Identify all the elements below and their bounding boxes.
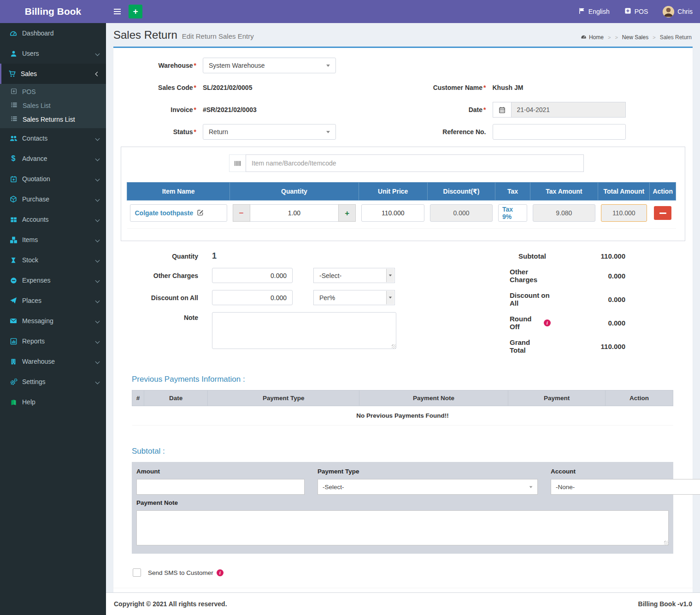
caret-down-icon (326, 65, 330, 67)
note-textarea[interactable] (212, 312, 396, 349)
status-select[interactable]: Return (203, 124, 336, 140)
sidebar-item-users[interactable]: Users (0, 43, 106, 64)
user-menu[interactable]: Chris (663, 6, 693, 18)
item-search-input[interactable] (246, 154, 584, 172)
breadcrumb: Home > > New Sales > Sales Return (581, 34, 692, 41)
navbar: + English POS Chris (106, 0, 700, 23)
minus-circle-icon (9, 277, 18, 284)
calendar-plus-icon (9, 176, 18, 183)
payment-entry-section: Subtotal : Amount Payment Type -Select- (113, 447, 693, 554)
sidebar-item-advance[interactable]: $ Advance (0, 148, 106, 169)
quantity-increase-button[interactable]: + (338, 204, 356, 222)
other-charges-total-label: Other Charges (510, 268, 553, 284)
chevron-left-icon (95, 379, 100, 384)
edit-icon[interactable] (197, 209, 204, 217)
payments-header-row: # Date Payment Type Payment Note Payment… (132, 390, 673, 406)
info-icon[interactable]: i (544, 319, 551, 326)
payment-type-select[interactable]: -Select- (318, 479, 538, 495)
plus-square-icon (11, 88, 17, 96)
warehouse-label: Warehouse* (113, 62, 203, 69)
sidebar-item-stock[interactable]: Stock (0, 250, 106, 270)
home-icon (581, 34, 587, 41)
sales-code-value: SL/2021/02/0005 (203, 84, 252, 91)
sidebar-item-purchase[interactable]: Purchase (0, 189, 106, 209)
previous-payments-title: Previous Payments Information : (132, 375, 673, 384)
payment-type-field: Payment Type -Select- (318, 468, 538, 495)
sidebar-subitem-pos[interactable]: POS (0, 85, 106, 99)
tax-link[interactable]: Tax 9% (498, 204, 527, 222)
sidebar-item-accounts[interactable]: Accounts (0, 209, 106, 230)
send-sms-checkbox[interactable] (133, 568, 141, 577)
item-name-cell[interactable]: Colgate toothpaste (130, 204, 227, 222)
reference-no-input[interactable] (493, 124, 626, 140)
sidebar-item-places[interactable]: Places (0, 290, 106, 311)
sidebar-item-quotation[interactable]: Quotation (0, 169, 106, 189)
content-header: Sales Return Edit Return Sales Entry Hom… (106, 23, 700, 44)
caret-down-icon (326, 131, 330, 133)
barcode-icon (229, 154, 246, 172)
main-footer: Copyright © 2021 All rights reserved. Bi… (106, 592, 700, 615)
breadcrumb-home[interactable]: Home (581, 34, 604, 41)
payments-empty-row: No Previous Payments Found!! (132, 406, 673, 426)
info-icon[interactable]: i (217, 569, 224, 576)
language-label: English (588, 8, 610, 15)
charges-form: Quantity 1 Other Charges -Select- Discou… (113, 251, 510, 362)
sidebar-item-dashboard[interactable]: Dashboard (0, 23, 106, 43)
navbar-right: English POS Chris (578, 6, 693, 18)
sidebar-item-reports[interactable]: Reports (0, 331, 106, 351)
brand-logo[interactable]: Billing Book (0, 0, 106, 23)
sidebar-item-contacts[interactable]: Contacts (0, 128, 106, 148)
payment-type-label: Payment Type (318, 468, 538, 475)
grand-total-label: Grand Total (510, 338, 547, 354)
date-input[interactable] (511, 102, 626, 118)
other-charges-select[interactable]: -Select- (313, 268, 395, 283)
minus-icon (659, 213, 666, 214)
select-caret (386, 269, 394, 282)
status-label: Status* (113, 128, 203, 136)
top-navbar: Billing Book + English POS Chris (0, 0, 700, 23)
account-select[interactable]: -None- (551, 479, 700, 495)
unit-price-input[interactable] (361, 204, 424, 222)
item-row: Colgate toothpaste − + (127, 201, 676, 229)
discount-type-select[interactable]: Per% (313, 290, 395, 305)
sidebar-subitem-sales-list[interactable]: Sales List (0, 99, 106, 112)
discount-input (430, 204, 493, 222)
quick-add-button[interactable]: + (129, 5, 142, 18)
col-total-amount: Total Amount (598, 183, 650, 201)
discount-on-all-input[interactable] (212, 290, 293, 305)
round-off-label: Round Offi (510, 315, 551, 331)
pos-link[interactable]: POS (624, 7, 648, 16)
grid-icon (9, 216, 18, 223)
charges-and-totals: Quantity 1 Other Charges -Select- Discou… (113, 241, 693, 364)
sidebar-item-sales[interactable]: Sales (0, 64, 106, 84)
sidebar-item-items[interactable]: Items (0, 230, 106, 250)
sidebar-item-settings[interactable]: Settings (0, 372, 106, 392)
other-charges-label: Other Charges (113, 272, 198, 279)
quantity-input[interactable] (250, 204, 339, 222)
calendar-icon[interactable] (493, 102, 511, 118)
chevron-left-icon (95, 258, 100, 262)
cube-icon (9, 195, 18, 203)
quantity-decrease-button[interactable]: − (233, 204, 250, 222)
copyright-text: Copyright © 2021 All rights reserved. (114, 600, 227, 608)
user-avatar (663, 6, 674, 18)
sidebar-subitem-sales-returns-list[interactable]: Sales Returns List (0, 112, 106, 126)
warehouse-select[interactable]: System Warehouse (203, 58, 336, 73)
other-charges-total-value: 0.000 (553, 272, 625, 280)
sidebar-toggle-button[interactable] (108, 0, 126, 23)
items-table-header-row: Item Name Quantity Unit Price Discount(₹… (127, 183, 676, 201)
sidebar-item-expenses[interactable]: Expenses (0, 270, 106, 290)
other-charges-input[interactable] (212, 268, 293, 283)
dashboard-icon (9, 30, 18, 37)
payment-note-textarea[interactable] (136, 510, 669, 545)
language-menu[interactable]: English (578, 7, 610, 16)
breadcrumb-new-sales[interactable]: New Sales (622, 34, 648, 41)
amount-input[interactable] (136, 479, 305, 495)
sidebar-item-messaging[interactable]: Messaging (0, 311, 106, 331)
invoice-label: Invoice* (113, 106, 203, 113)
sidebar-item-help[interactable]: Help (0, 392, 106, 412)
subtotal-value: 110.000 (546, 252, 625, 260)
remove-item-button[interactable] (654, 206, 671, 220)
sidebar-item-warehouse[interactable]: Warehouse (0, 351, 106, 372)
col-payment-type: Payment Type (208, 390, 359, 406)
